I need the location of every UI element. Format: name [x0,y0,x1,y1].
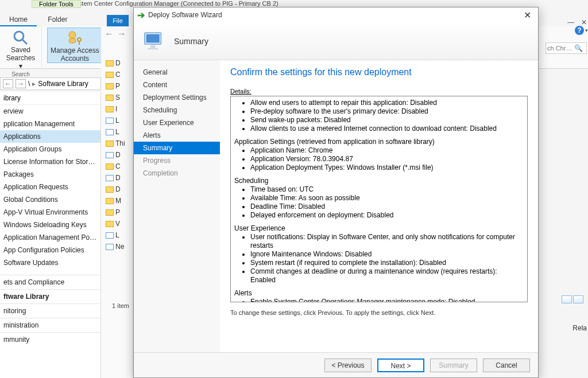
workspace-software-library[interactable]: ftware Library [0,289,100,303]
nav-license-info[interactable]: License Information for Store Apps [0,155,100,168]
view-list-icon[interactable] [562,295,572,303]
nav-appv[interactable]: App-V Virtual Environments [0,206,100,219]
detail-line: Application Version: 78.0.3904.87 [250,155,524,163]
nav-summary[interactable]: Summary [134,142,220,154]
ux-header: User Experience [234,224,524,233]
details-box[interactable]: Allow end users to attempt to repair thi… [230,96,528,302]
close-icon[interactable]: ✕ [520,10,535,21]
tree-node[interactable]: M [101,195,133,206]
cancel-button[interactable]: Cancel [483,358,530,372]
detail-line: Time based on: UTC [250,185,524,194]
nav-alerts[interactable]: Alerts [134,129,220,142]
nav-app-management[interactable]: pplication Management [0,118,100,130]
minimize-icon[interactable]: — [567,18,574,26]
detail-line: Ignore Maintenance Windows: Disabled [250,250,524,259]
detail-line: Application Deployment Types: Windows In… [250,163,524,172]
folder-icon [106,95,114,101]
svg-rect-3 [69,38,76,43]
manage-access-accounts-button[interactable]: Manage Access Accounts [47,28,102,63]
app-settings-header: Application Settings (retrieved from app… [234,138,524,146]
nav-deployment-settings[interactable]: Deployment Settings [134,91,220,104]
breadcrumb-back-icon[interactable]: ← [3,79,13,88]
tree-node[interactable]: D [101,184,133,195]
tab-home[interactable]: Home [0,14,37,26]
tree-node[interactable]: D [101,57,133,69]
nav-packages[interactable]: Packages [0,168,100,181]
breadcrumb[interactable]: ← → \ ▸ Software Library [0,77,101,90]
tree-node[interactable]: D [101,172,133,184]
chevron-right-icon: ▸ [32,80,36,88]
search-box[interactable]: 🔍 [546,42,587,54]
nav-content[interactable]: Content [134,79,220,91]
svg-line-1 [22,40,27,44]
nav-app-mgmt-policies[interactable]: Application Management Policies [0,231,100,244]
breadcrumb-root: \ [28,80,30,88]
breadcrumb-fwd-icon[interactable]: → [16,79,26,88]
search-input[interactable] [546,45,572,52]
tree-node[interactable]: Thi [101,138,133,149]
nav-sideloading-keys[interactable]: Windows Sideloading Keys [0,219,100,231]
scheduling-header: Scheduling [234,177,524,185]
nav-history: ← → [101,26,133,41]
workspace-administration[interactable]: ministration [0,318,100,332]
tree-node[interactable]: C [101,69,133,80]
tree-node[interactable]: V [101,218,133,229]
folder-icon [106,83,114,89]
view-detail-icon[interactable] [573,295,583,303]
detail-line: Available Time: As soon as possible [250,194,524,202]
breadcrumb-software-library[interactable]: Software Library [38,80,88,88]
app-icon [106,175,114,181]
tree-node[interactable]: S [101,92,133,103]
nav-library[interactable]: ibrary [0,92,100,105]
workspace-assets[interactable]: ets and Compliance [0,275,100,289]
tree-node[interactable]: I [101,103,133,115]
tree-node[interactable]: P [101,80,133,92]
help-icon[interactable]: ? [574,25,585,36]
back-arrow-icon[interactable]: ← [105,29,114,39]
nav-software-updates[interactable]: Software Updates [0,256,100,269]
nav-applications[interactable]: Applications [0,130,100,143]
tree-node[interactable]: L [101,126,133,138]
help-chevron-icon[interactable]: ▾ [585,28,588,33]
search-icon[interactable]: 🔍 [572,44,585,52]
svg-text:?: ? [577,26,581,34]
detail-line: User notifications: Display in Software … [250,233,524,250]
detail-line: Delayed enforcement on deployment: Disab… [250,211,524,220]
forward-arrow-icon[interactable]: → [117,29,126,39]
tree-node[interactable]: P [101,206,133,218]
tab-folder[interactable]: Folder [38,14,76,26]
nav-overview[interactable]: erview [0,105,100,118]
folder-tools-tab[interactable]: Folder Tools [32,0,81,8]
tree-node[interactable]: D [101,149,133,161]
workspace-community[interactable]: mmunity [0,332,100,346]
next-button[interactable]: Next > [377,358,424,372]
app-icon [106,129,114,135]
folder-icon [106,141,114,147]
detail-line: Enable System Center Operations Manager … [250,298,524,302]
nav-app-config-policies[interactable]: App Configuration Policies [0,244,100,256]
tree-node[interactable]: Ne [101,241,133,252]
folder-icon [106,60,114,67]
saved-searches-icon [11,29,30,45]
item-count: 1 item [112,302,129,309]
tree-node[interactable]: C [101,161,133,172]
wizard-nav: General Content Deployment Settings Sche… [134,60,220,352]
folder-icon [106,198,114,204]
deploy-arrow-icon: ➔ [137,10,145,21]
previous-button[interactable]: < Previous [324,358,372,372]
nav-app-requests[interactable]: Application Requests [0,181,100,193]
tree-node[interactable]: L [101,229,133,241]
file-tab[interactable]: File [107,15,129,26]
nav-general[interactable]: General [134,66,220,79]
summary-button: Summary [430,358,477,372]
detail-line: Commit changes at deadline or during a m… [250,267,524,285]
nav-user-experience[interactable]: User Experience [134,116,220,129]
saved-searches-button[interactable]: Saved Searches ▾ [3,28,38,70]
workspace-monitoring[interactable]: nitoring [0,303,100,318]
nav-application-groups[interactable]: Application Groups [0,143,100,155]
detail-line: Allow end users to attempt to repair thi… [250,99,524,107]
ribbon-tabs: Home Folder [0,14,76,26]
tree-node[interactable]: L [101,115,133,126]
nav-scheduling[interactable]: Scheduling [134,104,220,116]
nav-global-conditions[interactable]: Global Conditions [0,193,100,206]
